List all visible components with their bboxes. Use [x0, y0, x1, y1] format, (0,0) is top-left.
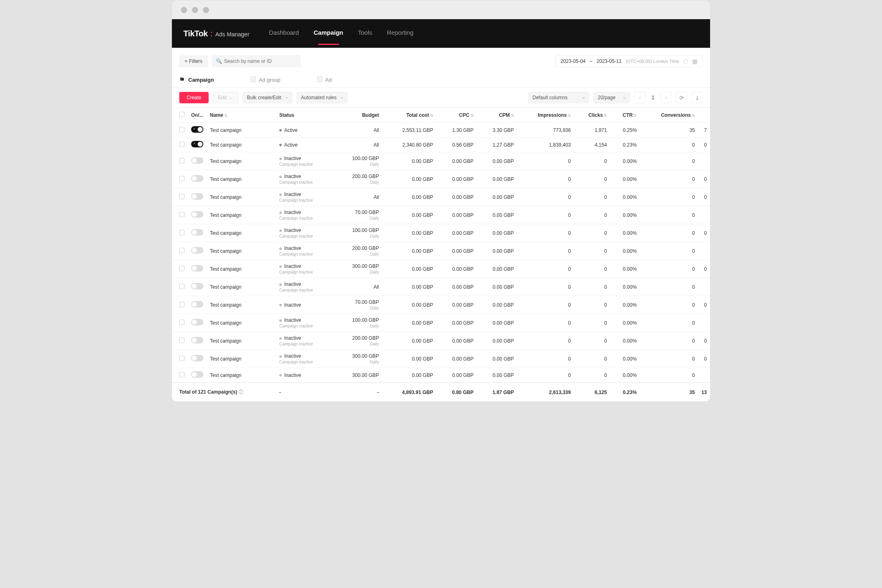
search-input[interactable] [212, 55, 301, 67]
column-header-name[interactable]: Name⇅ [207, 108, 276, 123]
column-header-clicks[interactable]: Clicks⇅ [574, 108, 610, 123]
campaign-name[interactable]: Test campaign [207, 242, 276, 260]
row-checkbox[interactable] [179, 248, 185, 253]
column-header-conversions[interactable]: Conversions⇅ [640, 108, 698, 123]
status-cell: Active [276, 138, 337, 152]
bulk-create-edit-select[interactable]: Bulk create/Edit [243, 92, 292, 103]
row-checkbox[interactable] [179, 158, 185, 163]
table-row: Test campaignInactiveCampaign inactive30… [172, 350, 710, 368]
extra-cell: 7 [698, 123, 710, 138]
total_cost-cell: 0.00 GBP [382, 368, 437, 383]
on-off-toggle[interactable] [191, 355, 203, 361]
conversions-cell: 0 [640, 350, 698, 368]
row-checkbox[interactable] [179, 338, 185, 343]
nav-item-tools[interactable]: Tools [358, 29, 372, 38]
status-cell: InactiveCampaign inactive [276, 278, 337, 296]
row-checkbox[interactable] [179, 127, 185, 132]
on-off-toggle[interactable] [191, 247, 203, 254]
edit-button[interactable]: Edit ⌄ [213, 92, 238, 103]
row-checkbox[interactable] [179, 142, 185, 147]
row-checkbox[interactable] [179, 176, 185, 181]
ctr-cell: 0.00% [610, 314, 640, 332]
on-off-toggle[interactable] [191, 126, 203, 133]
clicks-cell: 0 [574, 332, 610, 350]
impressions-cell: 1,839,403 [517, 138, 574, 152]
campaign-name[interactable]: Test campaign [207, 278, 276, 296]
on-off-toggle[interactable] [191, 229, 203, 236]
status-cell: Active [276, 123, 337, 138]
campaign-name[interactable]: Test campaign [207, 368, 276, 383]
column-header-ctr[interactable]: CTR⇅ [610, 108, 640, 123]
impressions-cell: 0 [517, 224, 574, 242]
on-off-toggle[interactable] [191, 141, 203, 147]
cpm-cell: 0.00 GBP [477, 350, 517, 368]
status-subtext: Campaign inactive [279, 234, 334, 238]
on-off-toggle[interactable] [191, 265, 203, 272]
campaign-name[interactable]: Test campaign [207, 350, 276, 368]
campaign-name[interactable]: Test campaign [207, 152, 276, 170]
on-off-toggle[interactable] [191, 301, 203, 307]
campaign-name[interactable]: Test campaign [207, 260, 276, 278]
columns-select[interactable]: Default columns [528, 92, 589, 103]
conversions-cell: 0 [640, 188, 698, 206]
calendar-icon: ▦ [692, 58, 697, 65]
cpc-cell: 0.00 GBP [437, 188, 477, 206]
create-button[interactable]: Create [179, 92, 209, 103]
on-off-toggle[interactable] [191, 157, 203, 164]
campaign-name[interactable]: Test campaign [207, 206, 276, 224]
on-off-toggle[interactable] [191, 319, 203, 325]
campaign-name[interactable]: Test campaign [207, 296, 276, 314]
automated-rules-select[interactable]: Automated rules [296, 92, 347, 103]
campaign-name[interactable]: Test campaign [207, 170, 276, 188]
budget-cell: 300.00 GBPDaily [337, 260, 382, 278]
on-off-toggle[interactable] [191, 337, 203, 343]
level-tab-ad-group[interactable]: Ad group [251, 72, 293, 87]
level-tab-campaign[interactable]: Campaign [179, 72, 226, 87]
row-checkbox[interactable] [179, 212, 185, 217]
column-header-budget: Budget [337, 108, 382, 123]
campaign-name[interactable]: Test campaign [207, 332, 276, 350]
on-off-toggle[interactable] [191, 371, 203, 378]
cpc-cell: 0.00 GBP [437, 170, 477, 188]
filters-button[interactable]: + Filters [179, 56, 208, 67]
on-off-toggle[interactable] [191, 283, 203, 290]
refresh-button[interactable]: ⟳ [676, 92, 687, 103]
nav-item-reporting[interactable]: Reporting [387, 29, 414, 38]
logo-subtext: Ads Manager [215, 31, 249, 38]
on-off-toggle[interactable] [191, 175, 203, 182]
conversions-cell: 35 [640, 123, 698, 138]
prev-page-button[interactable]: ‹ [634, 92, 646, 103]
search-icon: 🔍 [216, 58, 222, 64]
campaign-name[interactable]: Test campaign [207, 138, 276, 152]
status-subtext: Campaign inactive [279, 162, 334, 167]
row-checkbox[interactable] [179, 372, 185, 377]
next-page-button[interactable]: › [660, 92, 672, 103]
level-tab-ad[interactable]: Ad [317, 72, 344, 87]
ctr-cell: 0.00% [610, 332, 640, 350]
footer-status: - [276, 383, 337, 401]
row-checkbox[interactable] [179, 266, 185, 271]
ctr-cell: 0.00% [610, 206, 640, 224]
campaign-name[interactable]: Test campaign [207, 224, 276, 242]
column-header-impressions[interactable]: Impressions⇅ [517, 108, 574, 123]
campaign-name[interactable]: Test campaign [207, 123, 276, 138]
column-header-cpc[interactable]: CPC⇅ [437, 108, 477, 123]
on-off-toggle[interactable] [191, 193, 203, 200]
row-checkbox[interactable] [179, 230, 185, 235]
row-checkbox[interactable] [179, 356, 185, 361]
page-size-select[interactable]: 20/page [593, 92, 630, 103]
on-off-toggle[interactable] [191, 211, 203, 218]
date-range-picker[interactable]: 2023-05-04 ~ 2023-05-11 (UTC+00:00) Lond… [555, 55, 703, 67]
column-header-cpm[interactable]: CPM⇅ [477, 108, 517, 123]
select-all-checkbox[interactable] [179, 112, 185, 117]
export-button[interactable]: ⤓ [691, 92, 703, 103]
campaign-name[interactable]: Test campaign [207, 314, 276, 332]
nav-item-campaign[interactable]: Campaign [314, 29, 343, 38]
row-checkbox[interactable] [179, 194, 185, 199]
nav-item-dashboard[interactable]: Dashboard [269, 29, 299, 38]
row-checkbox[interactable] [179, 284, 185, 289]
column-header-total_cost[interactable]: Total cost⇅ [382, 108, 437, 123]
row-checkbox[interactable] [179, 302, 185, 307]
campaign-name[interactable]: Test campaign [207, 188, 276, 206]
row-checkbox[interactable] [179, 320, 185, 325]
